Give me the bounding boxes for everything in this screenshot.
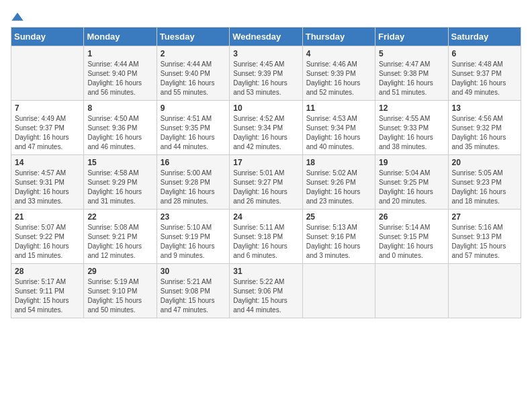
- day-number: 15: [87, 158, 152, 167]
- calendar-cell: 8Sunrise: 4:50 AM Sunset: 9:36 PM Daylig…: [84, 101, 157, 155]
- calendar-cell: 22Sunrise: 5:08 AM Sunset: 9:21 PM Dayli…: [84, 210, 157, 264]
- header-row: SundayMondayTuesdayWednesdayThursdayFrid…: [11, 28, 521, 46]
- day-number: 20: [452, 158, 517, 167]
- week-row-5: 28Sunrise: 5:17 AM Sunset: 9:11 PM Dayli…: [11, 264, 521, 318]
- column-header-friday: Friday: [375, 28, 448, 46]
- calendar-cell: 24Sunrise: 5:11 AM Sunset: 9:18 PM Dayli…: [230, 210, 302, 264]
- svg-marker-0: [11, 13, 23, 21]
- day-info: Sunrise: 5:13 AM Sunset: 9:16 PM Dayligh…: [306, 223, 371, 261]
- column-header-monday: Monday: [84, 28, 157, 46]
- day-number: 23: [161, 212, 226, 222]
- calendar-cell: [302, 264, 375, 318]
- day-number: 1: [87, 49, 152, 58]
- day-info: Sunrise: 4:55 AM Sunset: 9:33 PM Dayligh…: [379, 114, 444, 152]
- day-info: Sunrise: 4:56 AM Sunset: 9:32 PM Dayligh…: [452, 114, 517, 152]
- day-info: Sunrise: 4:44 AM Sunset: 9:40 PM Dayligh…: [87, 60, 152, 97]
- calendar-cell: 20Sunrise: 5:05 AM Sunset: 9:23 PM Dayli…: [448, 155, 521, 210]
- week-row-3: 14Sunrise: 4:57 AM Sunset: 9:31 PM Dayli…: [11, 155, 521, 210]
- calendar-table: SundayMondayTuesdayWednesdayThursdayFrid…: [11, 27, 521, 318]
- day-number: 10: [233, 103, 298, 113]
- calendar-cell: 4Sunrise: 4:46 AM Sunset: 9:39 PM Daylig…: [302, 46, 375, 101]
- day-number: 29: [87, 267, 152, 276]
- day-number: 11: [306, 103, 371, 113]
- calendar-cell: 9Sunrise: 4:51 AM Sunset: 9:35 PM Daylig…: [157, 101, 229, 155]
- calendar-cell: 1Sunrise: 4:44 AM Sunset: 9:40 PM Daylig…: [84, 46, 157, 101]
- day-info: Sunrise: 5:08 AM Sunset: 9:21 PM Dayligh…: [87, 223, 152, 261]
- column-header-thursday: Thursday: [302, 28, 375, 46]
- day-info: Sunrise: 5:16 AM Sunset: 9:13 PM Dayligh…: [452, 223, 517, 261]
- calendar-cell: 28Sunrise: 5:17 AM Sunset: 9:11 PM Dayli…: [11, 264, 84, 318]
- day-number: 12: [379, 103, 444, 113]
- day-info: Sunrise: 4:45 AM Sunset: 9:39 PM Dayligh…: [233, 60, 298, 97]
- day-info: Sunrise: 4:48 AM Sunset: 9:37 PM Dayligh…: [452, 60, 517, 97]
- day-number: 13: [452, 103, 517, 113]
- day-info: Sunrise: 5:21 AM Sunset: 9:08 PM Dayligh…: [161, 277, 226, 315]
- day-number: 8: [87, 103, 152, 113]
- calendar-cell: 16Sunrise: 5:00 AM Sunset: 9:28 PM Dayli…: [157, 155, 229, 210]
- calendar-cell: 25Sunrise: 5:13 AM Sunset: 9:16 PM Dayli…: [302, 210, 375, 264]
- calendar-cell: [375, 264, 448, 318]
- calendar-cell: 15Sunrise: 4:58 AM Sunset: 9:29 PM Dayli…: [84, 155, 157, 210]
- day-number: 18: [306, 158, 371, 167]
- day-info: Sunrise: 5:10 AM Sunset: 9:19 PM Dayligh…: [161, 223, 226, 261]
- day-info: Sunrise: 4:50 AM Sunset: 9:36 PM Dayligh…: [87, 114, 152, 152]
- day-number: 28: [15, 267, 80, 276]
- calendar-cell: 10Sunrise: 4:52 AM Sunset: 9:34 PM Dayli…: [230, 101, 302, 155]
- week-row-1: 1Sunrise: 4:44 AM Sunset: 9:40 PM Daylig…: [11, 46, 521, 101]
- day-number: 30: [161, 267, 226, 276]
- day-number: 9: [161, 103, 226, 113]
- day-number: 19: [379, 158, 444, 167]
- day-info: Sunrise: 4:47 AM Sunset: 9:38 PM Dayligh…: [379, 60, 444, 97]
- day-info: Sunrise: 4:57 AM Sunset: 9:31 PM Dayligh…: [15, 169, 80, 206]
- day-info: Sunrise: 4:46 AM Sunset: 9:39 PM Dayligh…: [306, 60, 371, 97]
- calendar-cell: 17Sunrise: 5:01 AM Sunset: 9:27 PM Dayli…: [230, 155, 302, 210]
- day-info: Sunrise: 5:05 AM Sunset: 9:23 PM Dayligh…: [452, 169, 517, 206]
- day-info: Sunrise: 4:49 AM Sunset: 9:37 PM Dayligh…: [15, 114, 80, 152]
- calendar-cell: 5Sunrise: 4:47 AM Sunset: 9:38 PM Daylig…: [375, 46, 448, 101]
- day-number: 4: [306, 49, 371, 58]
- calendar-cell: [11, 46, 84, 101]
- column-header-sunday: Sunday: [11, 28, 84, 46]
- day-number: 26: [379, 212, 444, 222]
- day-number: 24: [233, 212, 298, 222]
- day-info: Sunrise: 5:07 AM Sunset: 9:22 PM Dayligh…: [15, 223, 80, 261]
- day-number: 14: [15, 158, 80, 167]
- calendar-cell: 29Sunrise: 5:19 AM Sunset: 9:10 PM Dayli…: [84, 264, 157, 318]
- day-info: Sunrise: 5:14 AM Sunset: 9:15 PM Dayligh…: [379, 223, 444, 261]
- calendar-cell: 27Sunrise: 5:16 AM Sunset: 9:13 PM Dayli…: [448, 210, 521, 264]
- day-info: Sunrise: 4:52 AM Sunset: 9:34 PM Dayligh…: [233, 114, 298, 152]
- day-number: 2: [161, 49, 226, 58]
- day-info: Sunrise: 5:19 AM Sunset: 9:10 PM Dayligh…: [87, 277, 152, 315]
- day-info: Sunrise: 5:17 AM Sunset: 9:11 PM Dayligh…: [15, 277, 80, 315]
- day-info: Sunrise: 5:00 AM Sunset: 9:28 PM Dayligh…: [161, 169, 226, 206]
- calendar-cell: 19Sunrise: 5:04 AM Sunset: 9:25 PM Dayli…: [375, 155, 448, 210]
- calendar-cell: 2Sunrise: 4:44 AM Sunset: 9:40 PM Daylig…: [157, 46, 229, 101]
- day-info: Sunrise: 4:53 AM Sunset: 9:34 PM Dayligh…: [306, 114, 371, 152]
- day-info: Sunrise: 4:44 AM Sunset: 9:40 PM Dayligh…: [161, 60, 226, 97]
- logo: [11, 11, 26, 24]
- calendar-cell: [448, 264, 521, 318]
- day-info: Sunrise: 5:01 AM Sunset: 9:27 PM Dayligh…: [233, 169, 298, 206]
- day-number: 27: [452, 212, 517, 222]
- week-row-4: 21Sunrise: 5:07 AM Sunset: 9:22 PM Dayli…: [11, 210, 521, 264]
- logo-icon: [11, 11, 24, 24]
- calendar-cell: 12Sunrise: 4:55 AM Sunset: 9:33 PM Dayli…: [375, 101, 448, 155]
- column-header-saturday: Saturday: [448, 28, 521, 46]
- day-number: 7: [15, 103, 80, 113]
- page-header: [11, 11, 521, 24]
- day-info: Sunrise: 5:02 AM Sunset: 9:26 PM Dayligh…: [306, 169, 371, 206]
- calendar-cell: 26Sunrise: 5:14 AM Sunset: 9:15 PM Dayli…: [375, 210, 448, 264]
- day-number: 17: [233, 158, 298, 167]
- calendar-cell: 11Sunrise: 4:53 AM Sunset: 9:34 PM Dayli…: [302, 101, 375, 155]
- column-header-tuesday: Tuesday: [157, 28, 229, 46]
- week-row-2: 7Sunrise: 4:49 AM Sunset: 9:37 PM Daylig…: [11, 101, 521, 155]
- calendar-cell: 13Sunrise: 4:56 AM Sunset: 9:32 PM Dayli…: [448, 101, 521, 155]
- day-info: Sunrise: 5:22 AM Sunset: 9:06 PM Dayligh…: [233, 277, 298, 315]
- day-number: 5: [379, 49, 444, 58]
- day-number: 25: [306, 212, 371, 222]
- day-info: Sunrise: 5:11 AM Sunset: 9:18 PM Dayligh…: [233, 223, 298, 261]
- calendar-cell: 6Sunrise: 4:48 AM Sunset: 9:37 PM Daylig…: [448, 46, 521, 101]
- day-number: 31: [233, 267, 298, 276]
- calendar-cell: 21Sunrise: 5:07 AM Sunset: 9:22 PM Dayli…: [11, 210, 84, 264]
- calendar-cell: 18Sunrise: 5:02 AM Sunset: 9:26 PM Dayli…: [302, 155, 375, 210]
